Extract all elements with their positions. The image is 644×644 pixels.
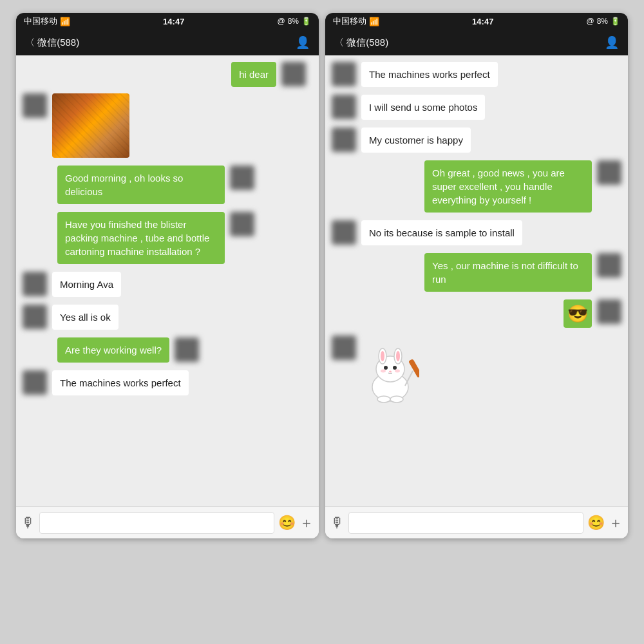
plus-icon-right[interactable]: ＋ — [609, 513, 623, 533]
bubble-r-happy: My customer is happy — [361, 128, 471, 153]
avatar-right-3 — [230, 212, 254, 236]
plus-icon-left[interactable]: ＋ — [299, 513, 314, 533]
avatar-left-3 — [23, 305, 47, 329]
sunglasses-emoji: 😎 — [567, 304, 588, 324]
battery-icon-right: 🔋 — [611, 17, 620, 26]
bubble-machines-works: The machines works perfect — [52, 370, 189, 395]
svg-point-14 — [390, 396, 403, 402]
msg-row-are-working: Are they working well? — [23, 337, 312, 363]
nav-back-left[interactable]: 〈 微信(588) — [25, 37, 79, 49]
msg-row-good-morning: Good morning , oh looks so delicious — [23, 166, 312, 204]
battery-left: 8% — [288, 17, 299, 26]
right-phone: 中国移动 📶 14:47 @ 8% 🔋 〈 微信(588) 👤 The mach… — [325, 13, 628, 538]
voice-icon-right[interactable]: 🎙 — [330, 515, 345, 531]
msg-row-morning-ava: Morning Ava — [23, 272, 312, 297]
msg-row-r-happy: My customer is happy — [332, 128, 621, 153]
avatar-r5 — [332, 220, 356, 245]
carrier-right: 中国移动 — [333, 15, 366, 27]
left-phone: 中国移动 📶 14:47 @ 8% 🔋 〈 微信(588) 👤 hi dear — [16, 13, 319, 538]
msg-row-r-sticker — [332, 336, 621, 409]
avatar-r3 — [332, 128, 356, 152]
msg-row-food — [23, 93, 312, 158]
emoji-icon-right[interactable]: 😊 — [587, 515, 605, 531]
avatar-r7 — [597, 299, 621, 324]
svg-point-8 — [381, 370, 386, 373]
avatar-right-1 — [281, 62, 306, 86]
carrier-left: 中国移动 — [24, 15, 57, 27]
svg-point-10 — [389, 371, 392, 373]
msg-row-yes-all: Yes all is ok — [23, 305, 312, 330]
msg-row-r-machines: The machines works perfect — [332, 62, 621, 87]
avatar-r8 — [332, 336, 356, 360]
wifi-icon-left: 📶 — [60, 17, 70, 26]
avatar-right-2 — [230, 166, 254, 190]
time-right: 14:47 — [472, 17, 493, 26]
bubble-morning-ava: Morning Ava — [52, 272, 121, 297]
bunny-sticker-svg — [361, 336, 419, 406]
avatar-r2 — [332, 95, 356, 119]
chat-area-right: The machines works perfect I will send u… — [325, 55, 628, 506]
svg-point-6 — [384, 366, 388, 370]
message-input-left[interactable] — [39, 512, 274, 534]
phones-wrapper: 中国移动 📶 14:47 @ 8% 🔋 〈 微信(588) 👤 hi dear — [0, 0, 644, 538]
avatar-left-4 — [23, 370, 47, 395]
bubble-r-no-its: No its because is sample to install — [361, 220, 522, 245]
bubble-r-yes-machine: Yes , our machine is not difficult to ru… — [424, 253, 592, 292]
wifi-icon-right: 📶 — [369, 17, 379, 26]
profile-icon-left[interactable]: 👤 — [296, 35, 310, 50]
message-input-right[interactable] — [348, 512, 583, 534]
msg-row-r-oh-great: Oh great , good news , you are super exc… — [332, 160, 621, 213]
svg-point-4 — [381, 351, 384, 361]
avatar-r4 — [597, 160, 621, 185]
msg-row-r-emoji: 😎 — [332, 299, 621, 328]
battery-icon-left: 🔋 — [301, 17, 311, 26]
svg-line-11 — [405, 371, 413, 386]
food-image — [52, 93, 129, 158]
msg-row-r-no-its: No its because is sample to install — [332, 220, 621, 245]
input-bar-left: 🎙 😊 ＋ — [16, 506, 319, 538]
time-left: 14:47 — [163, 17, 184, 26]
nav-back-right[interactable]: 〈 微信(588) — [334, 37, 388, 49]
at-icon-left: @ — [277, 17, 285, 26]
sticker-bunny — [361, 336, 419, 409]
avatar-right-4 — [175, 337, 199, 362]
msg-row: hi dear — [23, 62, 312, 87]
input-bar-right: 🎙 😊 ＋ — [325, 506, 628, 538]
bubble-blister: Have you finished the blister packing ma… — [57, 212, 225, 264]
svg-point-7 — [393, 366, 397, 370]
nav-bar-right: 〈 微信(588) 👤 — [325, 30, 628, 55]
bubble-good-morning: Good morning , oh looks so delicious — [57, 166, 225, 204]
status-bar-left: 中国移动 📶 14:47 @ 8% 🔋 — [16, 13, 319, 30]
emoji-icon-left[interactable]: 😊 — [278, 515, 296, 531]
msg-row-r-photos: I will send u some photos — [332, 95, 621, 120]
profile-icon-right[interactable]: 👤 — [605, 35, 619, 50]
avatar-left-1 — [23, 93, 47, 118]
bubble-r-machines: The machines works perfect — [361, 62, 498, 87]
emoji-sunglasses-bubble: 😎 — [564, 299, 592, 328]
voice-icon-left[interactable]: 🎙 — [21, 515, 35, 531]
avatar-r6 — [597, 253, 621, 278]
battery-right: 8% — [597, 17, 608, 26]
svg-point-9 — [395, 370, 400, 373]
avatar-r1 — [332, 62, 356, 86]
svg-point-13 — [377, 396, 390, 402]
msg-row-machines: The machines works perfect — [23, 370, 312, 395]
status-bar-right: 中国移动 📶 14:47 @ 8% 🔋 — [325, 13, 628, 30]
bubble-are-working: Are they working well? — [57, 337, 169, 363]
at-icon-right: @ — [586, 17, 594, 26]
bubble-yes-all: Yes all is ok — [52, 305, 118, 330]
msg-row-blister: Have you finished the blister packing ma… — [23, 212, 312, 264]
svg-point-5 — [396, 351, 400, 361]
avatar-left-2 — [23, 272, 47, 296]
bubble-r-photos: I will send u some photos — [361, 95, 485, 120]
bubble-hi-dear: hi dear — [231, 62, 276, 87]
chat-area-left: hi dear Good morning , oh looks so delic… — [16, 55, 319, 506]
nav-bar-left: 〈 微信(588) 👤 — [16, 30, 319, 55]
bubble-r-oh-great: Oh great , good news , you are super exc… — [424, 160, 592, 213]
msg-row-r-yes-machine: Yes , our machine is not difficult to ru… — [332, 253, 621, 292]
